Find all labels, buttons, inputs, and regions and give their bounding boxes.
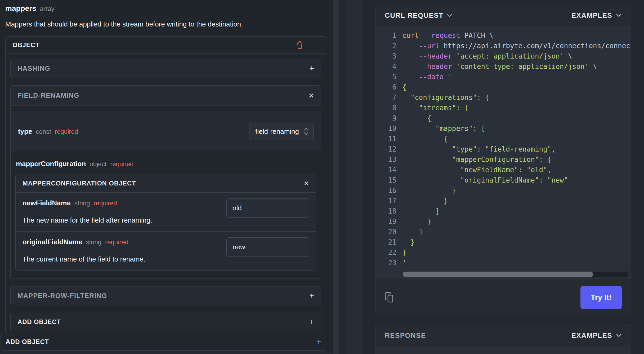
code-line: 11 { [376, 134, 631, 144]
newFieldName-input[interactable]: old [226, 198, 309, 218]
code-line: 19 } [376, 216, 631, 227]
code-line: 23' [376, 258, 631, 268]
object-card-title: OBJECT [12, 41, 39, 49]
type-property-row: type const required field-renaming [11, 112, 321, 151]
code-line: 3 --header 'accept: application/json' \ [376, 51, 631, 61]
minus-icon: − [314, 41, 319, 49]
field-kind: string [86, 238, 101, 246]
code-line: 17 } [376, 196, 631, 206]
next-card-edge [0, 351, 332, 354]
type-select[interactable]: field-renaming [249, 123, 314, 140]
response-content [376, 347, 631, 354]
type-kind: const [36, 128, 51, 135]
close-mapper-configuration-button[interactable]: ✕ [304, 180, 309, 187]
close-icon: ✕ [304, 180, 309, 187]
field-name: originalFieldName [23, 238, 82, 246]
section-hashing[interactable]: HASHING + [10, 59, 321, 78]
delete-object-button[interactable] [296, 41, 303, 49]
code-line: 7 "configurations": { [376, 92, 631, 103]
copy-code-button[interactable] [385, 292, 395, 303]
add-object-outer-label: ADD OBJECT [6, 338, 49, 346]
chevron-updown-icon [304, 127, 308, 135]
section-hashing-label: HASHING [17, 65, 50, 72]
curl-code-block: 1curl --request PATCH \2 --url https://a… [376, 26, 631, 279]
curl-panel-header: CURL REQUEST EXAMPLES [376, 5, 631, 26]
mapper-configuration-kind: object [90, 160, 106, 168]
plus-icon: + [309, 318, 314, 326]
code-horizontal-scrollbar[interactable] [401, 272, 629, 277]
mapper-configuration-card-title: MAPPERCONFIGURATION OBJECT [23, 180, 136, 187]
field-renaming-header: FIELD-RENAMING ✕ [11, 86, 321, 106]
response-examples-dropdown[interactable]: EXAMPLES [571, 331, 622, 340]
type-select-value: field-renaming [255, 127, 299, 136]
object-card: OBJECT − HASHING + [5, 36, 326, 337]
trash-icon [296, 41, 303, 49]
code-line: 2 --url https://api.airbyte.com/v1/conne… [376, 41, 631, 51]
collapse-object-button[interactable]: − [314, 41, 319, 49]
code-line: 9 { [376, 113, 631, 123]
add-object-inner-label: ADD OBJECT [17, 318, 61, 326]
code-line: 1curl --request PATCH \ [376, 30, 631, 41]
code-lines: 1curl --request PATCH \2 --url https://a… [376, 30, 631, 268]
response-title: RESPONSE [385, 331, 426, 340]
plus-icon: + [309, 64, 314, 72]
code-line: 20 ] [376, 227, 631, 237]
response-examples-label: EXAMPLES [571, 331, 612, 340]
add-object-button-outer[interactable]: ADD OBJECT + [1, 333, 326, 351]
field-name: newFieldName [23, 199, 71, 207]
add-object-button-inner[interactable]: ADD OBJECT + [10, 313, 321, 331]
code-line: 22} [376, 247, 631, 258]
object-card-header: OBJECT − [6, 37, 326, 54]
code-scrollbar-thumb[interactable] [402, 272, 593, 277]
plus-icon: + [309, 292, 314, 300]
curl-request-panel: CURL REQUEST EXAMPLES 1curl --request PA… [375, 5, 631, 315]
code-line: 10 "mappers": [ [376, 123, 631, 134]
response-panel-header: RESPONSE EXAMPLES [376, 324, 631, 347]
section-mapper-row-filtering[interactable]: MAPPER-ROW-FILTERING + [10, 286, 321, 305]
property-name: mappers [5, 4, 36, 13]
schema-pane: mappers array Mappers that should be app… [0, 0, 332, 354]
curl-examples-label: EXAMPLES [571, 11, 612, 20]
try-it-button[interactable]: Try It! [580, 286, 622, 309]
code-line: 16 } [376, 185, 631, 196]
type-name: type [18, 127, 32, 136]
type-required-badge: required [55, 128, 78, 135]
section-field-renaming: FIELD-RENAMING ✕ type const required [10, 85, 321, 279]
expand-hashing-button[interactable]: + [309, 64, 314, 72]
mapper-configuration-required-badge: required [110, 160, 133, 168]
originalFieldName-input[interactable]: new [226, 237, 309, 256]
code-line: 21 } [376, 237, 631, 247]
expand-mapper-row-filtering-button[interactable]: + [309, 292, 314, 300]
mapper-configuration-card: MAPPERCONFIGURATION OBJECT ✕ newFieldNam… [15, 174, 316, 271]
right-pane-gutter [345, 0, 363, 354]
code-line: 8 "streams": [ [376, 103, 631, 113]
field-row-originalFieldName: originalFieldName string required The cu… [16, 231, 316, 270]
close-field-renaming-button[interactable]: ✕ [308, 92, 314, 99]
curl-request-title: CURL REQUEST [385, 11, 443, 20]
code-line: 4 --header 'content-type: application/js… [376, 61, 631, 72]
close-icon: ✕ [308, 92, 314, 99]
chevron-down-icon [446, 14, 452, 17]
property-title-row: mappers array [5, 4, 332, 13]
field-row-newFieldName: newFieldName string required The new nam… [16, 193, 316, 231]
code-line: 6{ [376, 82, 631, 92]
object-card-body: HASHING + FIELD-RENAMING ✕ [6, 54, 326, 337]
code-line: 18 ] [376, 206, 631, 216]
response-panel: RESPONSE EXAMPLES [375, 324, 631, 354]
mapper-configuration-row: mapperConfiguration object required [16, 160, 316, 168]
mapper-configuration-card-header: MAPPERCONFIGURATION OBJECT ✕ [16, 174, 316, 193]
field-required-badge: required [105, 238, 128, 246]
left-pane-scrollbar[interactable] [332, 0, 339, 354]
code-line: 13 "mapperConfiguration": { [376, 154, 631, 165]
code-line: 5 --data ' [376, 72, 631, 82]
curl-request-dropdown[interactable] [446, 14, 452, 17]
code-line: 15 "originalFieldName": "new" [376, 175, 631, 185]
section-mapper-row-filtering-label: MAPPER-ROW-FILTERING [17, 292, 107, 300]
field-kind: string [74, 200, 90, 207]
property-description: Mappers that should be applied to the st… [5, 20, 327, 28]
curl-examples-dropdown[interactable]: EXAMPLES [571, 11, 622, 20]
property-type: array [40, 5, 55, 12]
chevron-down-icon [616, 334, 622, 337]
page: mappers array Mappers that should be app… [0, 0, 644, 354]
plus-icon: + [316, 338, 321, 346]
